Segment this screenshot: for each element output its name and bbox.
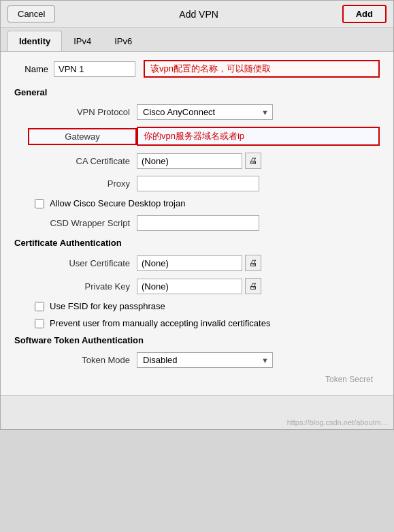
token-mode-label: Token Mode [28, 355, 137, 365]
cancel-button[interactable]: Cancel [7, 5, 55, 22]
ca-certificate-input-group: 🖨 [137, 153, 380, 169]
general-section-title: General [14, 87, 380, 97]
csd-wrapper-label: CSD Wrapper Script [28, 218, 137, 228]
use-fsid-label: Use FSID for key passphrase [50, 301, 165, 311]
dialog-title: Add VPN [55, 9, 342, 20]
token-secret-label: Token Secret [325, 375, 373, 384]
user-certificate-input-group: 🖨 [137, 255, 380, 271]
user-certificate-input[interactable] [137, 255, 242, 271]
add-button[interactable]: Add [342, 5, 387, 23]
content-area: Name 该vpn配置的名称，可以随便取 General VPN Protoco… [1, 52, 393, 395]
token-mode-select[interactable]: Disabled RSA SecurID TOTP [137, 352, 273, 368]
prevent-user-row: Prevent user from manually accepting inv… [14, 318, 380, 328]
private-key-file-icon[interactable]: 🖨 [245, 278, 261, 294]
vpn-protocol-label: VPN Protocol [28, 107, 137, 117]
private-key-row: Private Key 🖨 [14, 278, 380, 294]
token-secret-row: Token Secret [14, 375, 380, 384]
prevent-user-label: Prevent user from manually accepting inv… [50, 318, 270, 328]
private-key-input-group: 🖨 [137, 278, 380, 294]
allow-cisco-label: Allow Cisco Secure Desktop trojan [50, 198, 185, 208]
tab-ipv6[interactable]: IPv6 [103, 31, 144, 51]
allow-cisco-checkbox[interactable] [35, 199, 44, 208]
cert-auth-section-title: Certificate Authentication [14, 238, 380, 248]
name-input[interactable] [54, 61, 135, 77]
ca-certificate-file-icon[interactable]: 🖨 [245, 153, 261, 169]
proxy-row: Proxy [14, 176, 380, 191]
token-mode-row: Token Mode Disabled RSA SecurID TOTP ▼ [14, 352, 380, 368]
gateway-label: Gateway [28, 128, 137, 145]
ca-certificate-input[interactable] [137, 153, 242, 169]
tab-bar: Identity IPv4 IPv6 [1, 28, 393, 52]
use-fsid-row: Use FSID for key passphrase [14, 301, 380, 311]
token-mode-select-wrapper: Disabled RSA SecurID TOTP ▼ [137, 352, 273, 368]
name-annotation: 该vpn配置的名称，可以随便取 [144, 60, 380, 78]
tab-identity[interactable]: Identity [7, 31, 62, 51]
tab-ipv4[interactable]: IPv4 [62, 31, 103, 51]
prevent-user-checkbox[interactable] [35, 319, 44, 328]
csd-wrapper-row: CSD Wrapper Script [14, 215, 380, 231]
private-key-input[interactable] [137, 279, 242, 294]
vpn-protocol-select[interactable]: Cisco AnyConnect OpenVPN PPTP L2TP [137, 104, 273, 120]
ca-certificate-row: CA Certificate 🖨 [14, 153, 380, 169]
proxy-input[interactable] [137, 176, 259, 191]
user-certificate-row: User Certificate 🖨 [14, 255, 380, 271]
gateway-annotation: 你的vpn服务器域名或者ip [137, 127, 380, 146]
allow-cisco-row: Allow Cisco Secure Desktop trojan [14, 198, 380, 208]
proxy-label: Proxy [28, 178, 137, 189]
name-label: Name [14, 64, 48, 74]
software-token-section-title: Software Token Authentication [14, 335, 380, 345]
title-bar: Cancel Add VPN Add [1, 1, 393, 28]
vpn-protocol-row: VPN Protocol Cisco AnyConnect OpenVPN PP… [14, 104, 380, 120]
user-certificate-label: User Certificate [28, 258, 137, 268]
csd-wrapper-input[interactable] [137, 215, 259, 231]
private-key-label: Private Key [28, 281, 137, 292]
vpn-protocol-select-wrapper: Cisco AnyConnect OpenVPN PPTP L2TP ▼ [137, 104, 273, 120]
watermark: https://blog.csdn.net/aboutm... [287, 418, 387, 426]
name-row: Name 该vpn配置的名称，可以随便取 [14, 60, 380, 78]
use-fsid-checkbox[interactable] [35, 302, 44, 311]
gateway-row: Gateway 你的vpn服务器域名或者ip [14, 127, 380, 146]
user-certificate-file-icon[interactable]: 🖨 [245, 255, 261, 271]
ca-certificate-label: CA Certificate [28, 156, 137, 166]
